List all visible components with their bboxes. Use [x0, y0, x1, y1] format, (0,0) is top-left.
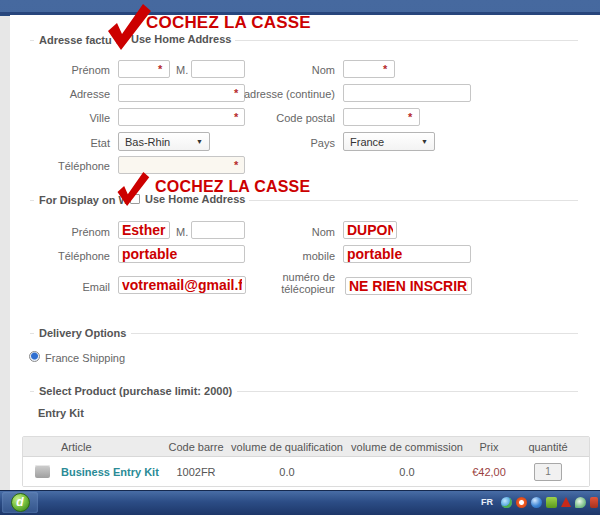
table-row: Business Entry Kit 1002FR 0.0 0.0 €42,00: [23, 457, 589, 486]
display-middle-label: M.: [176, 226, 188, 238]
required-marker: *: [383, 64, 387, 74]
chevron-down-icon: ▼: [196, 138, 203, 145]
billing-middle-label: M.: [176, 64, 188, 76]
product-table: Article Code barre volume de qualificati…: [22, 436, 590, 487]
red-checkmark-icon: [107, 4, 151, 50]
display-telephone-label: Téléphone: [20, 250, 110, 262]
billing-adresse-label: Adresse: [20, 88, 110, 100]
globe-tray-icon[interactable]: [501, 497, 512, 508]
delivery-legend: Delivery Options: [34, 327, 131, 339]
billing-code-postal-label: Code postal: [245, 112, 335, 124]
start-button[interactable]: d: [2, 492, 38, 513]
start-orb-icon: d: [11, 493, 30, 512]
header-volume-qualification: volume de qualification: [231, 441, 343, 453]
billing-prenom-label: Prénom: [20, 64, 110, 76]
billing-ville-label: Ville: [20, 112, 110, 124]
billing-etat-select[interactable]: Bas-Rhin▼: [118, 132, 210, 151]
product-link[interactable]: Business Entry Kit: [61, 466, 159, 478]
header-quantite: quantité: [507, 441, 589, 453]
entry-kit-heading: Entry Kit: [38, 407, 84, 419]
required-marker: *: [158, 64, 162, 74]
clipped-tray-icon[interactable]: [590, 497, 598, 508]
display-prenom-label: Prénom: [20, 226, 110, 238]
billing-ville-input[interactable]: [118, 108, 245, 126]
billing-adresse2-input[interactable]: [343, 84, 471, 102]
messenger-tray-icon[interactable]: [575, 497, 586, 508]
billing-pays-select[interactable]: France▼: [343, 132, 435, 151]
display-mobile-input[interactable]: [343, 245, 471, 263]
chevron-down-icon: ▼: [421, 138, 428, 145]
red-triangle-tray-icon[interactable]: [561, 497, 571, 507]
billing-adresse2-label: adresse (continue): [230, 88, 335, 100]
france-shipping-radio[interactable]: [29, 351, 40, 362]
header-code-barre: Code barre: [161, 441, 231, 453]
required-marker: *: [234, 112, 238, 122]
system-tray: FR: [481, 492, 600, 512]
annotation-cochez-top: COCHEZ LA CASSE: [146, 14, 311, 32]
product-code: 1002FR: [161, 466, 231, 478]
display-fax-input[interactable]: [345, 277, 472, 295]
window-left-edge: [0, 15, 10, 491]
display-prenom-input[interactable]: [118, 221, 170, 239]
display-nom-input[interactable]: [343, 221, 397, 239]
display-middle-input[interactable]: [191, 221, 245, 239]
product-table-header: Article Code barre volume de qualificati…: [23, 437, 589, 457]
display-telephone-input[interactable]: [118, 245, 245, 263]
annotation-cochez-middle: COCHEZ LA CASSE: [155, 178, 310, 196]
product-price: €42,00: [471, 466, 507, 478]
product-image: [35, 465, 50, 478]
billing-nom-label: Nom: [245, 64, 335, 76]
header-prix: Prix: [471, 441, 507, 453]
display-email-input[interactable]: [118, 276, 246, 294]
blue-sphere-tray-icon[interactable]: [531, 497, 542, 508]
france-shipping-label: France Shipping: [45, 352, 125, 364]
screen: Adresse facturée Use Home Address COCHEZ…: [0, 0, 600, 515]
green-app-tray-icon[interactable]: [546, 497, 557, 508]
language-indicator[interactable]: FR: [481, 497, 493, 507]
header-volume-commission: volume de commission: [343, 441, 471, 453]
billing-pays-label: Pays: [245, 137, 335, 149]
billing-middle-input[interactable]: [191, 60, 245, 78]
product-volume-commission: 0.0: [343, 466, 471, 478]
required-marker: *: [234, 160, 238, 170]
orange-app-tray-icon[interactable]: [516, 497, 527, 508]
product-volume-qualification: 0.0: [231, 466, 343, 478]
quantity-input[interactable]: [534, 463, 562, 481]
display-email-label: Email: [20, 281, 110, 293]
display-fax-label: numéro de télécopieur: [245, 271, 335, 295]
header-article: Article: [61, 441, 161, 453]
billing-telephone-label: Téléphone: [20, 160, 110, 172]
billing-etat-label: Etat: [20, 137, 110, 149]
billing-adresse-input[interactable]: [118, 84, 245, 102]
red-checkmark-icon: [114, 172, 152, 206]
display-nom-label: Nom: [245, 226, 335, 238]
products-legend: Select Product (purchase limit: 2000): [34, 385, 237, 397]
display-mobile-label: mobile: [245, 250, 335, 262]
required-marker: *: [408, 112, 412, 122]
